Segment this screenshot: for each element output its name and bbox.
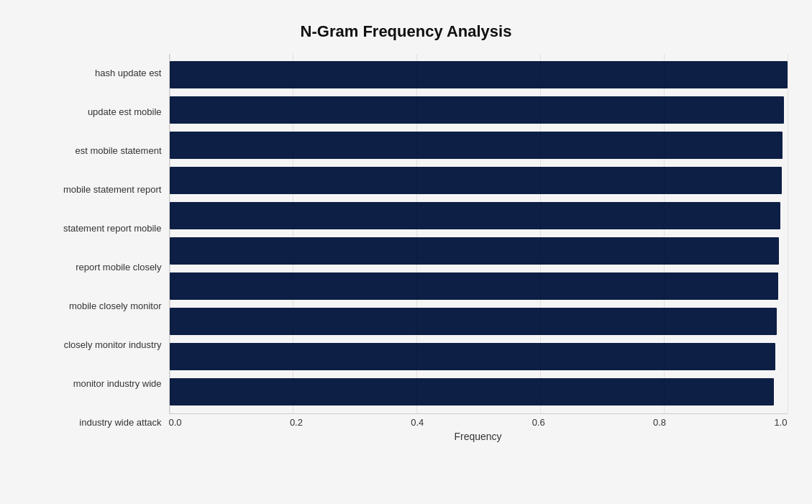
y-label: industry wide attack: [25, 417, 162, 429]
x-tick: 0.0: [169, 417, 182, 428]
bar-row: [170, 235, 788, 267]
grid-line: [170, 54, 170, 413]
y-label: report mobile closely: [25, 262, 162, 273]
x-tick: 0.8: [653, 417, 666, 428]
bar-row: [170, 94, 788, 126]
x-axis: 0.00.20.40.60.81.0: [169, 414, 788, 428]
plot-area: 0.00.20.40.60.81.0 Frequency: [169, 54, 788, 442]
y-label: hash update est: [25, 68, 162, 79]
bar-row: [170, 165, 788, 196]
bar-row: [170, 341, 788, 372]
bar: [170, 61, 788, 88]
x-tick: 1.0: [774, 417, 787, 428]
y-axis: hash update estupdate est mobileest mobi…: [25, 54, 169, 442]
bars-wrapper: [169, 54, 788, 414]
grid-line: [664, 54, 665, 413]
y-label: mobile statement report: [25, 184, 162, 196]
x-tick: 0.4: [411, 417, 424, 428]
bar: [170, 378, 775, 406]
bar: [170, 167, 782, 194]
x-tick: 0.6: [532, 417, 545, 428]
bar-row: [170, 59, 788, 91]
y-label: mobile closely monitor: [25, 301, 162, 312]
grid-line: [788, 54, 788, 413]
grid-line: [416, 54, 417, 413]
x-axis-label: Frequency: [169, 431, 788, 442]
bar-row: [170, 129, 788, 161]
grid-line: [540, 54, 541, 413]
y-label: update est mobile: [25, 106, 162, 118]
bar-row: [170, 200, 788, 232]
bar: [170, 308, 777, 335]
bar: [170, 132, 783, 159]
grid-line: [293, 54, 293, 413]
bar: [170, 96, 785, 124]
y-label: statement report mobile: [25, 223, 162, 234]
bar: [170, 202, 781, 229]
y-label: est mobile statement: [25, 145, 162, 157]
bar-row: [170, 306, 788, 337]
x-tick: 0.2: [290, 417, 303, 428]
bar: [170, 237, 780, 265]
bar: [170, 343, 776, 370]
bar-row: [170, 270, 788, 302]
chart-title: N-Gram Frequency Analysis: [25, 22, 788, 41]
bar: [170, 272, 778, 300]
chart-container: N-Gram Frequency Analysis hash update es…: [11, 8, 802, 497]
bar-row: [170, 376, 788, 408]
y-label: closely monitor industry: [25, 339, 162, 351]
y-label: monitor industry wide: [25, 378, 162, 390]
chart-area: hash update estupdate est mobileest mobi…: [25, 54, 788, 442]
